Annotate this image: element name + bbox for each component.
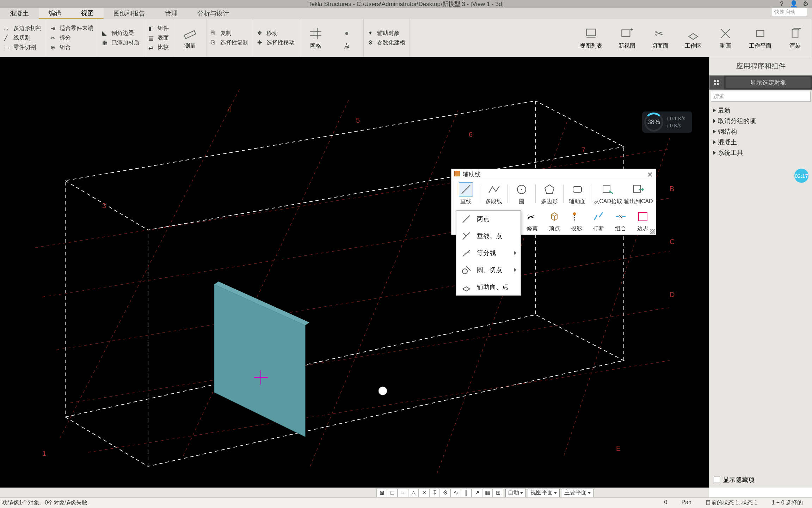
select-line-button[interactable]: ∿ (450, 489, 461, 497)
select-sym-button[interactable]: ※ (440, 489, 450, 497)
vertex-tool-button[interactable]: 顶点 (544, 210, 565, 232)
section-plane-button[interactable]: ✂切面面 (647, 25, 673, 51)
tree-ungrouped[interactable]: 取消分组的项 (713, 116, 808, 126)
select-circle-button[interactable]: ○ (398, 489, 408, 497)
polygon-cut-button[interactable]: ▱多边形切割 (4, 25, 42, 32)
user-icon[interactable]: 👤 (790, 0, 797, 7)
combine-button[interactable]: ⊕组合 (50, 44, 93, 51)
bisector-item[interactable]: 等分线 (456, 244, 521, 261)
select-hatch-button[interactable]: ▦ (482, 489, 493, 497)
tree-concrete[interactable]: 混凝土 (713, 137, 808, 147)
select-arrow-button[interactable]: ↗ (472, 489, 482, 497)
two-points-item[interactable]: 两点 (456, 211, 521, 228)
trim-tool-button[interactable]: ✂ 修剪 (522, 210, 543, 232)
line-label: 直线 (460, 198, 472, 205)
settings-icon[interactable]: ⚙ (802, 0, 809, 7)
tab-analysis[interactable]: 分析与设计 (187, 8, 239, 19)
work-area-button[interactable]: 工作区 (680, 25, 707, 51)
parametric-model-button[interactable]: ⚙参数化建模 (368, 39, 405, 47)
circle-tool-button[interactable]: 圆 (510, 182, 533, 205)
tab-concrete[interactable]: 混凝土 (0, 8, 39, 19)
auto-select[interactable]: 自动 (505, 489, 526, 497)
svg-point-65 (462, 269, 467, 274)
status-count: 0 (664, 499, 668, 507)
new-view-button[interactable]: +新视图 (614, 25, 640, 51)
paste-special-label: 选择性复制 (220, 39, 248, 47)
dialog-icon (454, 171, 460, 176)
added-material-button[interactable]: ▦已添加材质 (102, 39, 140, 47)
window-title: Tekla Structures - C:\Users\Administrato… (308, 0, 504, 8)
select-tri-button[interactable]: △ (408, 489, 419, 497)
3d-viewport[interactable]: 34567 A1123 BCDE (0, 57, 709, 488)
svg-text:D: D (670, 291, 675, 298)
net-up: ↑ 0.1 K/s (666, 115, 685, 122)
select-all-button[interactable]: ⊠ (376, 489, 387, 497)
workarea-label: 工作区 (685, 42, 702, 50)
polygon-tool-button[interactable]: 多边形 (538, 182, 561, 205)
paste-special-button[interactable]: ⎘选择性复制 (211, 39, 248, 47)
redraw-button[interactable]: 重画 (713, 25, 738, 51)
view-list-button[interactable]: 视图列表 (575, 25, 607, 51)
project-tool-button[interactable]: 投影 (566, 210, 587, 232)
viewplane-select[interactable]: 视图平面 (528, 489, 560, 497)
render-button[interactable]: 渲染 (783, 25, 807, 51)
point-button[interactable]: 点 (334, 25, 359, 51)
split-label: 拆分 (60, 34, 71, 42)
line-cut-button[interactable]: ╱线切割 (4, 34, 42, 42)
tree-recent[interactable]: 最新 (713, 105, 808, 116)
line-tool-button[interactable]: 直线 (454, 182, 478, 205)
measure-button[interactable]: 测量 (178, 25, 202, 51)
work-plane-button[interactable]: 工作平面 (744, 25, 776, 51)
plane-tool-button[interactable]: 辅助面 (566, 182, 589, 205)
svg-rect-3 (586, 29, 595, 36)
submenu-arrow-icon (514, 251, 516, 255)
svg-text:3: 3 (102, 202, 106, 210)
construction-obj-button[interactable]: ✦辅助对象 (368, 30, 405, 37)
help-icon[interactable]: ? (778, 0, 785, 7)
tab-edit[interactable]: 编辑 (39, 8, 71, 19)
circle-tangent-item[interactable]: 圆、切点 (456, 261, 521, 278)
component-button[interactable]: ◧组件 (148, 25, 169, 32)
move-special-button[interactable]: ✥选择性移动 (257, 39, 295, 47)
tree-system-tools[interactable]: 系统工具 (713, 147, 808, 158)
trim-label: 修剪 (527, 225, 538, 232)
pick-from-cad-button[interactable]: 从CAD拾取 (593, 182, 623, 205)
grid-view-button[interactable] (709, 75, 724, 90)
surface-button[interactable]: ▤表面 (148, 34, 169, 42)
mainplane-select[interactable]: 主要平面 (562, 489, 593, 497)
split-button[interactable]: ✂拆分 (50, 34, 93, 42)
select-grid-button[interactable]: ⊞ (493, 489, 503, 497)
part-cut-button[interactable]: ▭零件切割 (4, 44, 42, 51)
component-search-input[interactable]: 搜索 (711, 91, 811, 102)
compare-button[interactable]: ⇄比较 (148, 44, 169, 51)
grid-button[interactable]: 网格 (303, 25, 328, 51)
tree-steel[interactable]: 钢结构 (713, 126, 808, 137)
chamfer-edge-button[interactable]: ◣倒角边梁 (102, 30, 140, 37)
export-cad-button[interactable]: 输出到CAD (624, 182, 653, 205)
join-tool-button[interactable]: 组合 (610, 210, 631, 232)
tab-drawings[interactable]: 图纸和报告 (104, 8, 155, 19)
fit-part-end-button[interactable]: ⇥适合零件末端 (50, 25, 93, 32)
move-button[interactable]: ✥移动 (257, 30, 295, 37)
copy-button[interactable]: ⎘复制 (211, 30, 248, 37)
select-dim-button[interactable]: ↧ (429, 489, 440, 497)
redraw-label: 重画 (720, 42, 731, 50)
break-tool-button[interactable]: 打断 (588, 210, 609, 232)
dialog-resize-handle[interactable] (650, 229, 655, 234)
select-x-button[interactable]: ✕ (419, 489, 429, 497)
quick-launch-input[interactable]: 快速启动 (772, 8, 807, 16)
select-rect-button[interactable]: □ (387, 489, 398, 497)
svg-rect-51 (634, 185, 641, 192)
parametric-label: 参数化建模 (377, 39, 405, 47)
status-bar: 功镜像1个对象。0个对象镜像失败。 0 Pan 目前的状态 1, 状态 1 1 … (0, 497, 812, 508)
show-hidden-checkbox[interactable]: 显示隐藏项 (714, 476, 755, 484)
tab-view[interactable]: 视图 (71, 8, 104, 19)
select-vert-button[interactable]: ‖ (461, 489, 472, 497)
polyline-tool-button[interactable]: 多段线 (482, 182, 505, 205)
perp-point-item[interactable]: 垂线、点 (456, 228, 521, 244)
show-selected-button[interactable]: 显示选定对象 (726, 77, 811, 88)
plane-point-item[interactable]: 辅助面、点 (456, 278, 521, 295)
dialog-close-button[interactable]: ✕ (647, 170, 653, 179)
tab-manage[interactable]: 管理 (155, 8, 187, 19)
status-selection: 1 + 0 选择的 (772, 499, 803, 507)
